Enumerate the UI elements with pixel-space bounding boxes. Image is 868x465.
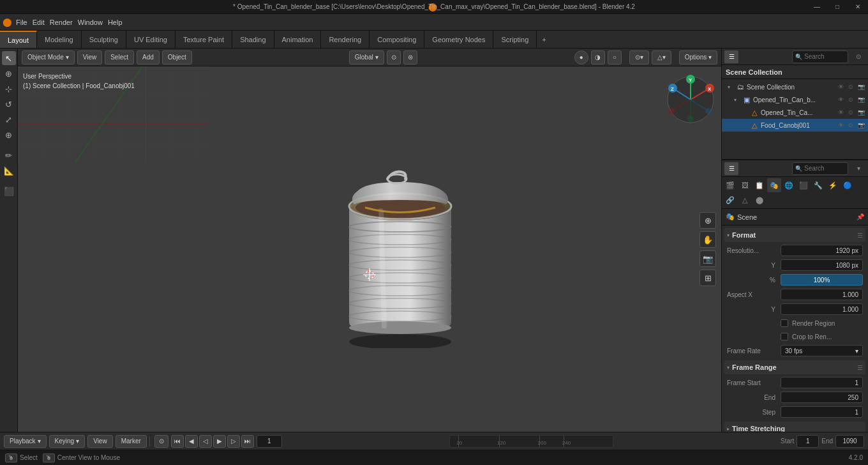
- scale-tool-button[interactable]: ⤢: [2, 112, 16, 126]
- outliner-filter-button[interactable]: ⊙: [851, 50, 865, 63]
- add-cube-button[interactable]: ⬛: [2, 184, 16, 198]
- keying-menu-button[interactable]: Keying ▾: [49, 435, 86, 448]
- viewport-button-1[interactable]: ⊙: [846, 95, 855, 104]
- viewport-canvas[interactable]: User Perspective (1) Scene Collection | …: [18, 66, 721, 432]
- view-menu-button[interactable]: View: [77, 50, 103, 65]
- close-button[interactable]: ✕: [848, 0, 868, 14]
- frame-range-section-header[interactable]: ▾ Frame Range ☰: [724, 360, 865, 374]
- resolution-y-value[interactable]: 1080 px: [781, 259, 863, 271]
- tab-uv-editing[interactable]: UV Editing: [126, 31, 176, 48]
- select-tool-button[interactable]: ↖: [2, 51, 16, 65]
- visibility-button-2[interactable]: 👁: [836, 108, 845, 117]
- viewport-button-2[interactable]: ⊙: [846, 108, 855, 117]
- menu-render[interactable]: Render: [50, 19, 73, 26]
- props-search-input[interactable]: [804, 165, 845, 172]
- prev-frame-button[interactable]: ◀: [185, 435, 198, 448]
- frame-start-value[interactable]: 1: [781, 377, 863, 388]
- gizmos-button[interactable]: △▾: [652, 50, 671, 65]
- render-button-2[interactable]: 📷: [857, 108, 865, 117]
- mode-select-button[interactable]: Object Mode ▾: [22, 50, 75, 65]
- select-menu-button[interactable]: Select: [105, 50, 134, 65]
- viewport-button[interactable]: ⊙: [846, 82, 855, 91]
- frame-step-value[interactable]: 1: [781, 406, 863, 418]
- add-workspace-button[interactable]: +: [537, 31, 551, 48]
- tab-shading[interactable]: Shading: [232, 31, 274, 48]
- measure-tool-button[interactable]: 📐: [2, 164, 16, 178]
- play-button[interactable]: ▶: [213, 435, 226, 448]
- props-search-box[interactable]: 🔍: [792, 162, 848, 175]
- modifier-props-button[interactable]: 🔧: [811, 178, 825, 192]
- viewport-shading-material[interactable]: ◑: [591, 50, 605, 65]
- menu-blender[interactable]: ⬤: [3, 17, 12, 27]
- quad-view-button[interactable]: ⊞: [700, 270, 716, 286]
- maximize-button[interactable]: □: [827, 0, 848, 14]
- camera-view-button[interactable]: 📷: [700, 250, 716, 267]
- output-props-button[interactable]: 🖼: [738, 178, 752, 192]
- transform-global-button[interactable]: Global ▾: [349, 50, 384, 65]
- frame-rate-dropdown[interactable]: 30 fps ▾: [781, 345, 863, 356]
- aspect-y-value[interactable]: 1.000: [781, 303, 863, 315]
- current-frame-input[interactable]: 1: [257, 435, 282, 448]
- format-menu-icon[interactable]: ☰: [857, 232, 863, 239]
- move-tool-button[interactable]: ⊹: [2, 82, 16, 96]
- aspect-x-value[interactable]: 1.000: [781, 289, 863, 300]
- crop-checkbox[interactable]: [781, 333, 788, 340]
- menu-file[interactable]: File: [16, 19, 27, 26]
- cursor-tool-button[interactable]: ⊕: [2, 66, 16, 80]
- tree-item-mesh-1[interactable]: △ Opened_Tin_Ca... 👁 ⊙ 📷: [722, 106, 868, 119]
- object-menu-button[interactable]: Object: [162, 50, 192, 65]
- tree-item-collection[interactable]: ▾ ▣ Opened_Tin_Can_b... 👁 ⊙ 📷: [722, 93, 868, 106]
- tree-expand-arrow[interactable]: ▾: [728, 84, 734, 90]
- tab-rendering[interactable]: Rendering: [321, 31, 370, 48]
- frame-end-value[interactable]: 250: [781, 392, 863, 403]
- visibility-button-1[interactable]: 👁: [836, 95, 845, 104]
- render-button[interactable]: 📷: [857, 82, 865, 91]
- props-view-button[interactable]: ☰: [724, 162, 738, 175]
- options-button[interactable]: Options ▾: [679, 50, 717, 65]
- tree-item-scene-collection[interactable]: ▾ 🗂 Scene Collection 👁 ⊙ 📷: [722, 80, 868, 93]
- tab-geometry-nodes[interactable]: Geometry Nodes: [424, 31, 493, 48]
- timeline-ruler[interactable]: 20 120 200 240: [449, 435, 613, 448]
- particles-props-button[interactable]: ⚡: [826, 178, 840, 192]
- visibility-button-3[interactable]: 👁: [836, 121, 845, 130]
- menu-help[interactable]: Help: [108, 19, 123, 26]
- viewport-shading-rendered[interactable]: ○: [608, 50, 622, 65]
- world-props-button[interactable]: 🌐: [782, 178, 796, 192]
- end-range-input[interactable]: 1090: [835, 435, 864, 448]
- pan-button[interactable]: ✋: [700, 231, 716, 248]
- tree-item-mesh-2[interactable]: △ Food_Canobj001 👁 ⊙ 📷: [722, 119, 868, 132]
- add-menu-button[interactable]: Add: [137, 50, 160, 65]
- next-frame-button[interactable]: ▷: [227, 435, 240, 448]
- outliner-view-button[interactable]: ☰: [724, 50, 738, 63]
- tin-can-object[interactable]: [324, 156, 477, 349]
- format-section-header[interactable]: ▾ Format ☰: [724, 228, 865, 242]
- tab-compositing[interactable]: Compositing: [370, 31, 424, 48]
- menu-edit[interactable]: Edit: [33, 19, 45, 26]
- outliner-search-input[interactable]: [804, 53, 845, 60]
- start-range-input[interactable]: 1: [797, 435, 819, 448]
- resolution-x-value[interactable]: 1920 px: [781, 245, 863, 256]
- transform-tool-button[interactable]: ⊕: [2, 128, 16, 142]
- material-props-button[interactable]: ⬤: [752, 193, 767, 207]
- viewport-shading-solid[interactable]: ●: [574, 50, 588, 65]
- jump-to-end-button[interactable]: ⏭: [241, 435, 254, 448]
- render-region-checkbox[interactable]: [781, 319, 788, 327]
- tab-animation[interactable]: Animation: [274, 31, 322, 48]
- minimize-button[interactable]: —: [807, 0, 827, 14]
- record-button[interactable]: ⊙: [154, 435, 168, 448]
- view-menu-button[interactable]: View: [87, 435, 113, 448]
- render-button-3[interactable]: 📷: [857, 121, 865, 130]
- physics-props-button[interactable]: 🔵: [841, 178, 855, 192]
- play-reverse-button[interactable]: ◁: [199, 435, 212, 448]
- proportional-edit-button[interactable]: ⊜: [403, 50, 417, 65]
- view-layer-props-button[interactable]: 📋: [752, 178, 767, 192]
- time-stretching-section-header[interactable]: ▸ Time Stretching: [724, 422, 865, 432]
- frame-range-menu-icon[interactable]: ☰: [857, 364, 863, 371]
- render-props-button[interactable]: 🎬: [723, 178, 737, 192]
- outliner-search-box[interactable]: 🔍: [792, 50, 848, 63]
- data-props-button[interactable]: △: [738, 193, 752, 207]
- annotate-tool-button[interactable]: ✏: [2, 148, 16, 162]
- scene-props-button[interactable]: 🎭: [767, 178, 781, 192]
- object-props-button[interactable]: ⬛: [797, 178, 811, 192]
- tree-expand-arrow-1[interactable]: ▾: [734, 97, 740, 103]
